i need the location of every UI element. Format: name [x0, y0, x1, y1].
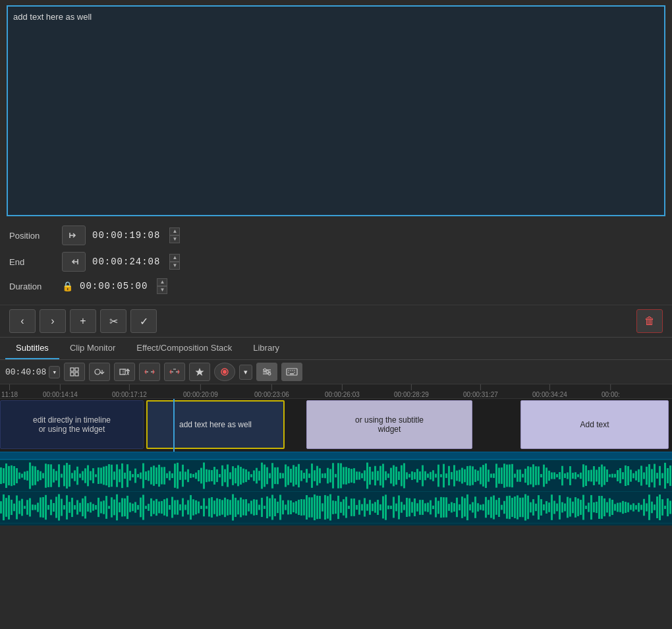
tab-library[interactable]: Library: [242, 338, 290, 359]
svg-rect-389: [256, 500, 258, 515]
timeline-subtitle-track[interactable]: edit directly in timelineor using the wi…: [0, 399, 672, 452]
svg-rect-114: [206, 469, 208, 482]
tab-subtitles[interactable]: Subtitles: [5, 338, 59, 359]
record-dropdown[interactable]: ▾: [239, 365, 252, 380]
svg-rect-229: [509, 464, 511, 487]
svg-rect-492: [527, 496, 529, 520]
keyboard-button[interactable]: [281, 363, 302, 381]
tab-effect-composition[interactable]: Effect/Composition Stack: [126, 338, 242, 359]
svg-rect-456: [432, 506, 434, 509]
duration-up[interactable]: ▲: [157, 278, 167, 286]
svg-rect-250: [564, 473, 566, 478]
svg-rect-141: [277, 467, 279, 485]
position-set-button[interactable]: [62, 225, 86, 245]
subtitle-segment-2[interactable]: add text here as well: [146, 400, 285, 449]
subtitle-segment-4[interactable]: Add text: [520, 400, 669, 449]
position-down[interactable]: ▼: [169, 235, 180, 243]
svg-rect-408: [306, 495, 308, 520]
timeline-ruler[interactable]: 11:18 00:00:14:14 00:00:17:12 00:00:20:0…: [0, 384, 672, 399]
end-up[interactable]: ▲: [169, 254, 180, 262]
svg-rect-365: [192, 499, 194, 515]
svg-rect-199: [430, 472, 432, 479]
text-editor-area[interactable]: add text here as well: [7, 5, 665, 216]
svg-rect-64: [74, 470, 76, 481]
svg-rect-190: [406, 472, 408, 479]
subtitle-segment-1[interactable]: edit directly in timelineor using the wi…: [0, 400, 144, 449]
svg-rect-223: [493, 473, 495, 478]
mixer-button[interactable]: [256, 363, 277, 381]
svg-rect-482: [501, 505, 503, 510]
svg-rect-353: [161, 501, 163, 514]
next-button[interactable]: ›: [40, 309, 66, 333]
svg-rect-350: [153, 500, 155, 514]
svg-rect-129: [245, 469, 247, 482]
end-spinner[interactable]: ▲ ▼: [169, 254, 180, 270]
star-button[interactable]: [189, 363, 210, 381]
add-button[interactable]: +: [70, 309, 96, 333]
svg-rect-465: [456, 498, 458, 518]
check-button[interactable]: ✓: [130, 309, 157, 333]
svg-rect-122: [227, 464, 229, 487]
extract-button[interactable]: [139, 363, 160, 381]
svg-rect-305: [34, 505, 36, 510]
svg-rect-363: [187, 500, 189, 515]
mixer-icon: [262, 367, 272, 376]
svg-rect-68: [84, 468, 86, 483]
svg-rect-413: [319, 496, 321, 519]
svg-rect-480: [495, 500, 497, 515]
delete-button[interactable]: 🗑: [636, 309, 663, 333]
svg-rect-394: [269, 498, 271, 517]
tab-clip-monitor[interactable]: Clip Monitor: [59, 338, 126, 359]
svg-rect-440: [390, 506, 392, 509]
svg-rect-125: [235, 468, 237, 483]
svg-rect-520: [601, 496, 603, 519]
svg-rect-183: [387, 473, 389, 478]
svg-rect-405: [298, 500, 300, 515]
timecode-dropdown[interactable]: ▾: [49, 366, 60, 378]
svg-rect-57: [55, 471, 57, 480]
svg-rect-535: [640, 505, 642, 510]
position-up[interactable]: ▲: [169, 227, 180, 235]
svg-rect-222: [490, 473, 492, 477]
svg-rect-269: [614, 474, 616, 478]
insert-icon: [94, 367, 105, 376]
record-button[interactable]: [214, 363, 235, 381]
position-label: Position: [9, 231, 55, 241]
svg-rect-197: [424, 471, 426, 481]
svg-rect-290: [669, 465, 671, 486]
end-down[interactable]: ▼: [169, 262, 180, 270]
svg-rect-111: [198, 470, 200, 481]
position-spinner[interactable]: ▲ ▼: [169, 227, 180, 243]
svg-rect-367: [198, 502, 200, 514]
scissors-button[interactable]: ✂: [100, 309, 126, 333]
svg-rect-277: [635, 471, 637, 480]
duration-down[interactable]: ▼: [157, 286, 167, 294]
svg-rect-212: [464, 469, 466, 483]
svg-rect-509: [572, 502, 574, 514]
svg-rect-369: [203, 498, 205, 516]
svg-rect-513: [582, 495, 584, 520]
svg-rect-355: [166, 498, 168, 517]
duration-spinner[interactable]: ▲ ▼: [157, 278, 167, 294]
prev-button[interactable]: ‹: [9, 309, 36, 333]
svg-rect-179: [377, 471, 379, 481]
end-set-button[interactable]: [62, 252, 86, 272]
grid-view-button[interactable]: [64, 363, 85, 381]
insert-button[interactable]: [89, 363, 110, 381]
svg-rect-324: [84, 496, 86, 518]
subtitle-segment-3[interactable]: or using the subtitlewidget: [306, 400, 472, 449]
svg-rect-48: [32, 466, 34, 486]
svg-rect-275: [630, 469, 632, 481]
svg-rect-262: [596, 470, 598, 482]
lift-button[interactable]: [164, 363, 185, 381]
svg-rect-309: [45, 495, 47, 520]
svg-rect-460: [443, 497, 445, 518]
overlay-button[interactable]: [114, 363, 135, 381]
subtitle-text-input[interactable]: add text here as well: [13, 12, 659, 210]
svg-rect-424: [348, 506, 350, 509]
svg-rect-37: [3, 468, 5, 483]
svg-rect-90: [142, 464, 144, 489]
lock-icon[interactable]: 🔒: [62, 281, 73, 291]
tabs-bar: Subtitles Clip Monitor Effect/Compositio…: [0, 337, 672, 360]
svg-rect-65: [76, 467, 78, 485]
